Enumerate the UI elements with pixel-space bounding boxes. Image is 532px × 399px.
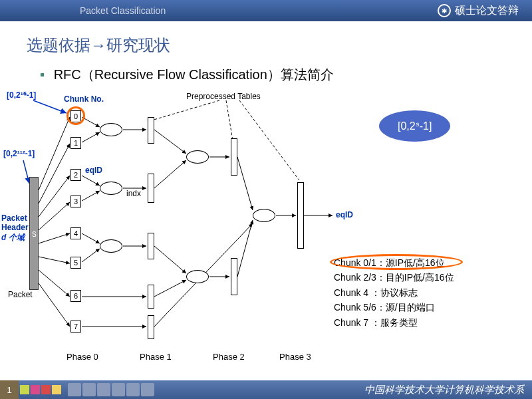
table-p0-4 xyxy=(148,315,154,339)
svg-line-24 xyxy=(154,246,186,273)
legend-highlight xyxy=(330,254,463,270)
svg-line-11 xyxy=(82,132,100,142)
ellipse-p2 xyxy=(253,209,275,222)
ellipse-p0-1 xyxy=(100,182,122,195)
footer-sq-4 xyxy=(52,385,61,394)
slide-subtitle: ▪ RFC（Recursive Flow Classification）算法简介 xyxy=(0,63,532,90)
chunk-3: 3 xyxy=(70,196,81,207)
chunk-0-highlight xyxy=(66,106,85,125)
svg-line-17 xyxy=(82,249,100,262)
chunk-no-label: Chunk No. xyxy=(64,94,104,104)
table-p0-2 xyxy=(148,233,154,259)
preprocessed-label: Preprocessed Tables xyxy=(186,92,261,101)
table-p0-0 xyxy=(148,117,154,144)
packet-box: S xyxy=(29,177,39,290)
ellipse-p0-0 xyxy=(100,123,122,136)
ellipse-p1-1 xyxy=(186,270,209,283)
svg-line-28 xyxy=(237,220,253,277)
top-bar: Packet Classification ✱ 硕士论文答辩 xyxy=(0,0,532,21)
chunk-7: 7 xyxy=(70,321,81,332)
svg-line-32 xyxy=(152,100,219,120)
footer-icon xyxy=(141,383,154,396)
footer-sq-3 xyxy=(41,385,51,394)
table-p2 xyxy=(297,182,304,249)
svg-line-3 xyxy=(39,144,70,203)
chunk-1: 1 xyxy=(70,137,81,149)
phase-1: Phase 1 xyxy=(140,352,172,362)
chunk-legend: Chunk 0/1：源IP低/高16位 Chunk 2/3：目的IP低/高16位… xyxy=(334,255,454,330)
legend-2: Chunk 4 ：协议标志 xyxy=(334,285,454,300)
footer-icons xyxy=(68,383,154,396)
bullet-icon: ▪ xyxy=(40,67,45,82)
footer-icon xyxy=(126,383,140,396)
svg-line-9 xyxy=(39,283,70,327)
svg-line-6 xyxy=(39,233,70,243)
svg-line-27 xyxy=(237,157,253,210)
footer-sq-1 xyxy=(20,385,29,394)
ellipse-p1-0 xyxy=(186,150,209,164)
eqid-label: eqID xyxy=(85,166,102,175)
svg-line-2 xyxy=(39,117,70,190)
svg-line-33 xyxy=(226,100,233,140)
svg-line-13 xyxy=(82,176,100,186)
svg-line-8 xyxy=(39,270,70,297)
svg-line-5 xyxy=(39,202,70,230)
logo-icon: ✱ xyxy=(438,4,451,17)
svg-line-1 xyxy=(23,160,29,184)
footer-org: 中国科学技术大学计算机科学技术系 xyxy=(364,384,532,396)
footer-icon xyxy=(82,383,96,396)
table-p0-3 xyxy=(148,285,154,309)
packet-label: Packet xyxy=(8,290,33,299)
range-top-label: [0,2¹⁶-1] xyxy=(7,90,36,100)
legend-4: Chunk 7 ：服务类型 xyxy=(334,315,454,330)
topbar-right: ✱ 硕士论文答辩 xyxy=(438,4,519,18)
eqid-out-label: eqID xyxy=(336,210,353,219)
phase-3: Phase 3 xyxy=(279,352,311,362)
svg-line-14 xyxy=(82,191,100,201)
footer-icon xyxy=(97,383,110,396)
page-number: 1 xyxy=(0,380,19,399)
phase-0: Phase 0 xyxy=(66,352,98,362)
svg-line-4 xyxy=(39,176,70,217)
svg-line-7 xyxy=(39,257,70,263)
svg-line-0 xyxy=(33,100,66,113)
chunk-6: 6 xyxy=(70,290,81,302)
svg-line-16 xyxy=(82,233,100,243)
slide-title: 选题依据→研究现状 xyxy=(0,21,532,63)
topbar-left-text: Packet Classification xyxy=(80,5,166,16)
footer-icon xyxy=(112,383,125,396)
range-left-label: [0,2¹¹²-1] xyxy=(3,149,35,158)
svg-line-25 xyxy=(154,280,186,297)
chunk-2: 2 xyxy=(70,169,81,181)
table-p1-1 xyxy=(231,258,237,295)
svg-line-21 xyxy=(154,130,186,154)
table-p0-1 xyxy=(148,174,154,203)
ellipse-p0-2 xyxy=(100,239,122,253)
svg-line-22 xyxy=(154,160,186,188)
footer-icon xyxy=(68,383,81,396)
chunk-5: 5 xyxy=(70,257,81,269)
phase-2: Phase 2 xyxy=(213,352,245,362)
footer: 1 中国科学技术大学计算机科学技术系 xyxy=(0,380,532,399)
legend-1: Chunk 2/3：目的IP低/高16位 xyxy=(334,270,454,285)
legend-3: Chunk 5/6：源/目的端口 xyxy=(334,300,454,315)
chunk-4: 4 xyxy=(70,227,81,239)
blue-oval: [0,2ˢ-1] xyxy=(379,110,450,142)
diagram: [0,2¹⁶-1] Chunk No. [0,2¹¹²-1] Packet He… xyxy=(0,90,532,376)
topbar-right-text: 硕士论文答辩 xyxy=(455,4,519,18)
subtitle-text: RFC（Recursive Flow Classification）算法简介 xyxy=(54,67,334,82)
indx-label: indx xyxy=(126,189,141,198)
table-p1-0 xyxy=(231,138,237,176)
footer-sq-2 xyxy=(31,385,40,394)
svg-line-34 xyxy=(239,100,299,180)
